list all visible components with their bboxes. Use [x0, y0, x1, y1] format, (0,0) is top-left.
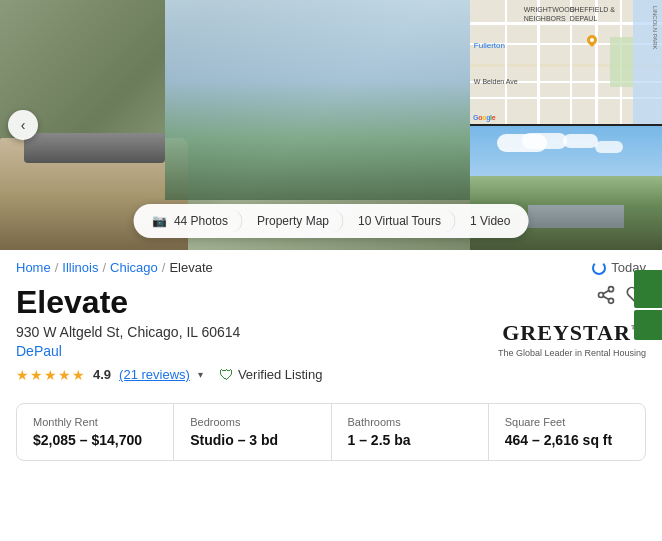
- star-1: ★: [16, 367, 29, 383]
- map-label-belden: W Belden Ave: [474, 78, 518, 85]
- svg-line-4: [603, 290, 609, 293]
- reviews-link[interactable]: (21 reviews): [119, 367, 190, 382]
- property-name: Elevate: [16, 285, 498, 320]
- map-label-neighbors: NEIGHBORS: [524, 15, 566, 22]
- map-label-fullerton: Fullerton: [474, 41, 505, 50]
- video-button[interactable]: 1 Video: [456, 210, 524, 232]
- ratings-row: ★ ★ ★ ★ ★ 4.9 (21 reviews) ▾ 🛡 Verified …: [16, 366, 498, 383]
- property-address: 930 W Altgeld St, Chicago, IL 60614: [16, 324, 498, 340]
- star-2: ★: [30, 367, 43, 383]
- sidebar-buttons: [634, 270, 662, 340]
- gallery-section: ‹ WRIGHTWOOD: [0, 0, 662, 250]
- stat-monthly-rent: Monthly Rent $2,085 – $14,700: [17, 404, 174, 460]
- map-thumbnail[interactable]: WRIGHTWOOD NEIGHBORS SHEFFIELD & DEPAUL …: [470, 0, 662, 124]
- map-label-lincoln-park: LINCOLN PARK: [652, 6, 658, 50]
- stat-bed-value: Studio – 3 bd: [190, 432, 314, 448]
- photo-bar: 📷 44 Photos Property Map 10 Virtual Tour…: [134, 204, 529, 238]
- reviews-dropdown-icon[interactable]: ▾: [198, 369, 203, 380]
- stat-bed-label: Bedrooms: [190, 416, 314, 428]
- greystar-logo: GREYSTAR™ The Global Leader in Rental Ho…: [498, 320, 646, 358]
- star-rating: ★ ★ ★ ★ ★: [16, 367, 85, 383]
- map-label-depaul: DEPAUL: [570, 15, 598, 22]
- star-4: ★: [58, 367, 71, 383]
- breadcrumb-city[interactable]: Chicago: [110, 260, 158, 275]
- breadcrumb-state[interactable]: Illinois: [62, 260, 98, 275]
- greystar-tagline: The Global Leader in Rental Housing: [498, 348, 646, 358]
- stat-sqft-label: Square Feet: [505, 416, 629, 428]
- neighborhood-link[interactable]: DePaul: [16, 343, 62, 359]
- property-info: Elevate 930 W Altgeld St, Chicago, IL 60…: [16, 285, 498, 383]
- map-label-wrightwood: WRIGHTWOOD: [524, 6, 575, 13]
- breadcrumb-bar: Home / Illinois / Chicago / Elevate Toda…: [0, 250, 662, 281]
- star-5: ★: [72, 367, 85, 383]
- breadcrumb-sep-2: /: [102, 260, 106, 275]
- map-location-pin: [585, 35, 599, 53]
- breadcrumb-sep-1: /: [55, 260, 59, 275]
- shield-check-icon: 🛡: [219, 366, 234, 383]
- breadcrumb-sep-3: /: [162, 260, 166, 275]
- breadcrumb-current: Elevate: [169, 260, 212, 275]
- camera-icon: 📷: [152, 214, 167, 228]
- property-header: Elevate 930 W Altgeld St, Chicago, IL 60…: [0, 281, 662, 395]
- gallery-prev-button[interactable]: ‹: [8, 110, 38, 140]
- greystar-name: GREYSTAR™: [498, 320, 646, 346]
- stat-bedrooms: Bedrooms Studio – 3 bd: [174, 404, 331, 460]
- stat-bath-value: 1 – 2.5 ba: [348, 432, 472, 448]
- rating-score: 4.9: [93, 367, 111, 382]
- star-3: ★: [44, 367, 57, 383]
- share-icon[interactable]: [596, 285, 616, 310]
- svg-line-3: [603, 296, 609, 299]
- virtual-tours-button[interactable]: 10 Virtual Tours: [344, 210, 456, 232]
- property-actions: GREYSTAR™ The Global Leader in Rental Ho…: [498, 285, 646, 358]
- stat-rent-label: Monthly Rent: [33, 416, 157, 428]
- verified-badge: 🛡 Verified Listing: [219, 366, 323, 383]
- breadcrumb: Home / Illinois / Chicago / Elevate: [16, 260, 213, 275]
- breadcrumb-home[interactable]: Home: [16, 260, 51, 275]
- photos-button[interactable]: 📷 44 Photos: [138, 210, 243, 232]
- stat-rent-value: $2,085 – $14,700: [33, 432, 157, 448]
- refresh-icon: [592, 261, 606, 275]
- sidebar-button-1[interactable]: [634, 270, 662, 308]
- stat-sqft: Square Feet 464 – 2,616 sq ft: [489, 404, 645, 460]
- stats-bar: Monthly Rent $2,085 – $14,700 Bedrooms S…: [16, 403, 646, 461]
- stat-bathrooms: Bathrooms 1 – 2.5 ba: [332, 404, 489, 460]
- map-label-sheffield: SHEFFIELD &: [570, 6, 615, 13]
- google-maps-logo: Google: [473, 114, 495, 121]
- sidebar-button-2[interactable]: [634, 310, 662, 340]
- property-map-button[interactable]: Property Map: [243, 210, 344, 232]
- stat-sqft-value: 464 – 2,616 sq ft: [505, 432, 629, 448]
- stat-bath-label: Bathrooms: [348, 416, 472, 428]
- verified-text: Verified Listing: [238, 367, 323, 382]
